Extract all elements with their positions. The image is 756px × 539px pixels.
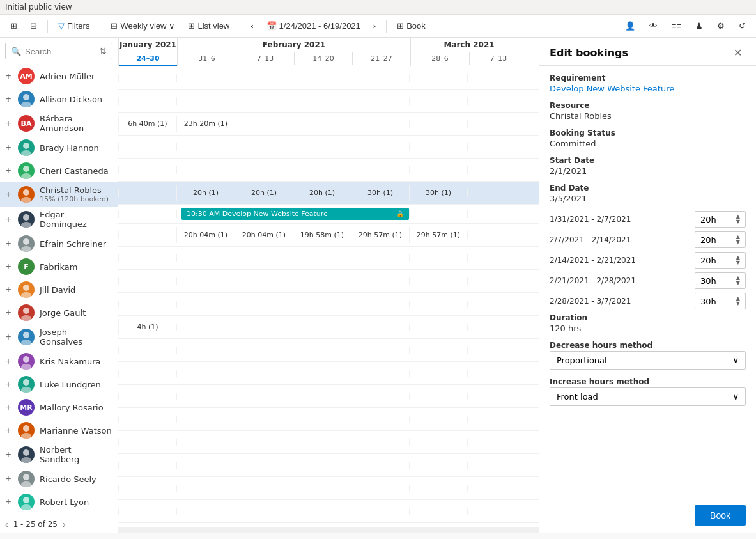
- resource-item[interactable]: +Marianne Watson: [0, 419, 118, 442]
- resource-item[interactable]: +AMAdrien Müller: [0, 65, 118, 88]
- week-hours-input[interactable]: 20h▲▼: [695, 252, 746, 269]
- resource-item[interactable]: +Christal Robles15% (120h booked): [0, 182, 118, 207]
- cal-week-cell[interactable]: 31–6: [178, 52, 236, 65]
- cal-cell: [293, 347, 351, 354]
- weekly-view-label: Weekly view: [120, 21, 166, 31]
- prev-page-button[interactable]: ‹: [5, 519, 8, 529]
- increase-method-dropdown[interactable]: Front load ∨: [550, 387, 746, 406]
- expand-icon: +: [5, 497, 13, 506]
- svg-point-13: [21, 292, 31, 298]
- refresh-icon-button[interactable]: ↺: [734, 19, 751, 33]
- resource-item[interactable]: +Edgar Dominquez: [0, 207, 118, 232]
- toggle-panel-button[interactable]: ⊞: [5, 19, 22, 33]
- requirement-value[interactable]: Develop New Website Feature: [550, 84, 746, 93]
- edit-panel-title: Edit bookings: [550, 47, 628, 59]
- date-range-button[interactable]: 📅 1/24/2021 - 6/19/2021: [261, 19, 366, 33]
- cal-cell: [351, 508, 409, 515]
- toolbar-right: 👤 👁 ≡≡ ♟ ⚙ ↺: [620, 19, 751, 33]
- cal-cell: [235, 324, 293, 331]
- resource-item[interactable]: +Kris Nakamura: [0, 350, 118, 373]
- cal-week-cell[interactable]: 21–27: [352, 52, 410, 65]
- cal-week-cell[interactable]: 24–30: [119, 52, 177, 66]
- list-view-button[interactable]: ⊞ List view: [183, 19, 235, 33]
- cal-cell: [467, 189, 525, 197]
- cal-row: [118, 431, 539, 454]
- resource-item[interactable]: +Luke Lundgren: [0, 373, 118, 396]
- cal-cell: [176, 254, 235, 262]
- resource-name: Jill David: [40, 285, 75, 295]
- resource-item[interactable]: +Ryan Brim: [0, 513, 118, 515]
- resource-item[interactable]: +FFabrikam: [0, 255, 118, 278]
- search-input[interactable]: [25, 47, 95, 56]
- cal-week-cell[interactable]: 7–13: [469, 52, 527, 65]
- eye-icon-button[interactable]: 👁: [644, 19, 663, 33]
- book-toolbar-button[interactable]: ⊞ Book: [392, 19, 431, 33]
- cal-cell: [235, 347, 293, 354]
- persona-icon-button[interactable]: 👤: [620, 19, 640, 33]
- weekly-view-button[interactable]: ⊞ Weekly view ∨: [105, 19, 180, 33]
- cal-week-cell[interactable]: 28–6: [411, 52, 469, 65]
- resource-item[interactable]: +Brady Hannon: [0, 136, 118, 159]
- week-hours-down[interactable]: ▼: [736, 260, 740, 265]
- cal-cell: [118, 166, 176, 174]
- resource-item[interactable]: +MRMallory Rosario: [0, 396, 118, 419]
- search-box[interactable]: 🔍 ⇅: [5, 43, 112, 59]
- resource-item[interactable]: +Robert Lyon: [0, 490, 118, 513]
- cal-cell: [293, 324, 351, 331]
- next-date-button[interactable]: ›: [368, 19, 381, 33]
- booking-bar[interactable]: 10:30 AM Develop New Website Feature🔒: [181, 208, 409, 220]
- cal-cell: [118, 74, 176, 82]
- resource-item[interactable]: +Jorge Gault: [0, 301, 118, 324]
- sort-icon[interactable]: ⇅: [99, 46, 107, 56]
- cal-cell: [351, 166, 409, 174]
- cal-cell-empty: [118, 210, 176, 218]
- week-hours-input[interactable]: 20h▲▼: [695, 211, 746, 228]
- separator-2: [100, 20, 100, 33]
- cal-cell-empty: [409, 210, 467, 218]
- next-page-button[interactable]: ›: [63, 519, 66, 529]
- cal-cell: [351, 143, 409, 151]
- resource-item[interactable]: +Jill David: [0, 278, 118, 301]
- expand-icon: +: [5, 166, 13, 175]
- avatar: [18, 186, 35, 203]
- settings-icon-button[interactable]: ⚙: [712, 19, 730, 33]
- week-hours-input[interactable]: 20h▲▼: [695, 231, 746, 248]
- resource-item[interactable]: +Ricardo Seely: [0, 467, 118, 490]
- resource-item[interactable]: +Efrain Schreiner: [0, 232, 118, 255]
- week-hours-value: 30h: [700, 297, 716, 306]
- resource-item[interactable]: +Norbert Sandberg: [0, 442, 118, 467]
- week-hours-down[interactable]: ▼: [736, 281, 740, 286]
- cal-row: 20h 04m (1)20h 04m (1)19h 58m (1)29h 57m…: [118, 224, 539, 247]
- week-hours-input[interactable]: 30h▲▼: [695, 293, 746, 309]
- avatar: [18, 211, 35, 228]
- cal-week-cell[interactable]: 7–13: [236, 52, 294, 65]
- week-hours-input[interactable]: 30h▲▼: [695, 272, 746, 289]
- cal-cell: [118, 254, 176, 262]
- resource-item[interactable]: +BABárbara Amundson: [0, 111, 118, 136]
- filters-button[interactable]: ▽ Filters: [53, 19, 95, 33]
- expand-icon: +: [5, 190, 13, 199]
- cal-cell: [467, 324, 525, 331]
- week-hours-down[interactable]: ▼: [736, 219, 740, 224]
- prev-date-button[interactable]: ‹: [245, 19, 258, 33]
- book-button[interactable]: Book: [695, 505, 746, 526]
- edit-panel-close-button[interactable]: ✕: [730, 45, 746, 60]
- decrease-method-dropdown[interactable]: Proportional ∨: [550, 351, 746, 370]
- hierarchy-icon-button[interactable]: ♟: [690, 19, 708, 33]
- decrease-method-label: Decrease hours method: [550, 341, 746, 350]
- cal-cell: [293, 143, 351, 151]
- side-panel-button[interactable]: ⊟: [25, 19, 42, 33]
- cal-week-cell[interactable]: 14–20: [294, 52, 352, 65]
- resource-item[interactable]: +Allison Dickson: [0, 88, 118, 111]
- cal-cell: [409, 439, 467, 446]
- week-hours-down[interactable]: ▼: [736, 240, 740, 245]
- week-hours-value: 20h: [700, 235, 716, 245]
- week-hours-down[interactable]: ▼: [736, 301, 740, 306]
- resource-item[interactable]: +Cheri Castaneda: [0, 159, 118, 182]
- book-toolbar-label: Book: [406, 21, 426, 31]
- cal-cell: [293, 485, 351, 492]
- resource-item[interactable]: +Joseph Gonsalves: [0, 324, 118, 350]
- grid-icon-button[interactable]: ≡≡: [667, 19, 686, 33]
- scrollbar-track[interactable]: [118, 527, 539, 533]
- expand-icon: +: [5, 426, 13, 435]
